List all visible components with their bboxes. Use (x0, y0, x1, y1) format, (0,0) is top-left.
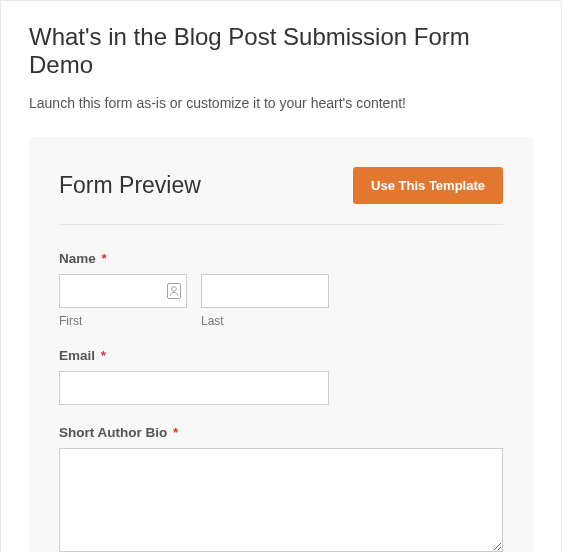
email-label: Email * (59, 348, 503, 363)
required-mark: * (173, 425, 178, 440)
email-field: Email * (59, 348, 503, 405)
bio-label: Short Author Bio * (59, 425, 503, 440)
divider (59, 224, 503, 225)
required-mark: * (101, 348, 106, 363)
name-label-text: Name (59, 251, 96, 266)
page-subtitle: Launch this form as-is or customize it t… (29, 95, 533, 111)
use-template-button[interactable]: Use This Template (353, 167, 503, 204)
page-title: What's in the Blog Post Submission Form … (29, 23, 533, 79)
contact-autofill-icon (167, 283, 181, 299)
card-header: Form Preview Use This Template (59, 167, 503, 204)
form-preview-card: Form Preview Use This Template Name * Fi… (29, 137, 533, 552)
bio-label-text: Short Author Bio (59, 425, 167, 440)
bio-field: Short Author Bio * Please keep it below … (59, 425, 503, 552)
last-name-input[interactable] (201, 274, 329, 308)
first-sublabel: First (59, 314, 187, 328)
first-name-wrap (59, 274, 187, 308)
first-name-col: First (59, 274, 187, 328)
email-input[interactable] (59, 371, 329, 405)
svg-point-1 (172, 287, 177, 292)
last-name-col: Last (201, 274, 329, 328)
email-label-text: Email (59, 348, 95, 363)
name-field: Name * First Last (59, 251, 503, 328)
name-label: Name * (59, 251, 503, 266)
required-mark: * (102, 251, 107, 266)
last-sublabel: Last (201, 314, 329, 328)
name-row: First Last (59, 274, 503, 328)
form-preview-title: Form Preview (59, 172, 201, 199)
content-card: What's in the Blog Post Submission Form … (0, 0, 562, 552)
bio-textarea[interactable] (59, 448, 503, 552)
